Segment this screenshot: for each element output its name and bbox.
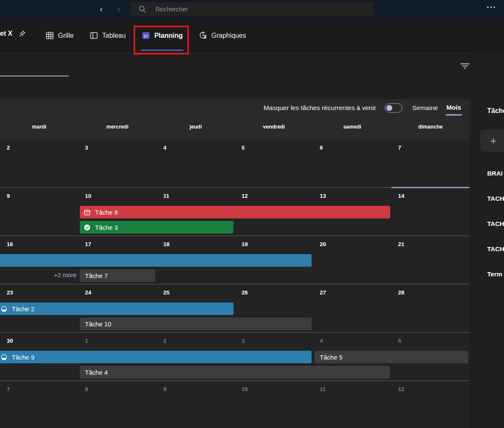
calendar-header: Masquer les tâches récurrentes à venir S… [0, 99, 470, 139]
active-tab-underline [141, 50, 184, 51]
date-cell-number: 4 [320, 338, 323, 344]
weekday-header-vendredi: vendredi [235, 124, 313, 130]
task-bar-tâche-8[interactable]: Tâche 8 [80, 206, 390, 218]
more-options-icon[interactable]: ••• [487, 4, 496, 11]
task-label: Tâche 2 [12, 305, 34, 312]
bucket-label-3[interactable]: TACH [487, 220, 504, 227]
in-progress-icon [0, 354, 8, 361]
bucket-label-2[interactable]: TACH [487, 195, 504, 202]
bucket-label-4[interactable]: TACH [487, 245, 504, 252]
date-cell-number: 8 [85, 386, 88, 392]
pin-icon [18, 29, 26, 38]
task-bar-tâche-3[interactable]: Tâche 3 [80, 221, 234, 234]
date-cell-number: 9 [163, 386, 167, 392]
tab-tableau[interactable]: Tableau [89, 18, 126, 53]
in-progress-icon [0, 305, 8, 312]
more-tasks-link[interactable]: +2 more [0, 272, 76, 278]
tab-label: Grille [58, 32, 74, 39]
filter-icon [460, 63, 470, 69]
date-cell-number: 5 [398, 338, 402, 344]
task-label: Tâche 4 [85, 369, 108, 376]
weekday-header-dimanche: dimanche [391, 124, 470, 130]
task-label: Tâche 10 [85, 320, 111, 328]
forward-icon[interactable]: › [115, 3, 123, 14]
hide-recurring-toggle[interactable] [385, 103, 402, 113]
task-bar-tâche-4[interactable]: Tâche 4 [80, 366, 390, 378]
app-top-bar: ‹ › Rechercher ••• [0, 0, 504, 18]
project-name: et X [0, 30, 12, 37]
date-cell-number: 7 [398, 144, 402, 151]
plus-icon: + [490, 135, 496, 146]
weekday-header-jeudi: jeudi [157, 124, 235, 130]
calendar-icon [142, 31, 150, 40]
tab-project[interactable]: et X [0, 29, 26, 38]
search-icon [139, 5, 146, 13]
date-cell-number: 7 [7, 386, 10, 392]
search-placeholder: Rechercher [155, 5, 188, 13]
bucket-label-1[interactable]: BRAI [487, 170, 503, 177]
view-week-button[interactable]: Semaine [412, 104, 438, 112]
date-cell-number: 12 [398, 386, 404, 392]
check-circle-icon [84, 224, 91, 231]
sidebar-title: Tâche [487, 107, 504, 115]
task-bar-tâche-5[interactable]: Tâche 5 [315, 351, 468, 363]
task-bar-tâche-10[interactable]: Tâche 10 [80, 318, 312, 330]
date-cell-number: 5 [242, 144, 245, 151]
date-cell-number: 23 [7, 289, 13, 296]
task-label: Tâche 3 [95, 224, 118, 231]
date-cell-number: 10 [242, 386, 248, 392]
tab-label: Planning [154, 32, 183, 39]
tab-planning[interactable]: Planning [142, 18, 183, 53]
date-cell-number: 12 [242, 193, 248, 199]
date-cell-number: 24 [85, 289, 91, 296]
task-label: Tâche 8 [95, 209, 118, 216]
task-bar-tâche-2[interactable]: Tâche 2 [0, 302, 234, 315]
weekday-header-mercredi: mercredi [78, 124, 156, 130]
task-bar-tâche-7[interactable]: Tâche 7 [80, 269, 155, 282]
toggle-knob [386, 105, 392, 111]
date-cell-number: 4 [163, 144, 167, 151]
add-task-button[interactable]: + [480, 130, 504, 152]
date-cell-number: 1 [85, 338, 88, 344]
task-label: Tâche 5 [320, 354, 342, 361]
row-separator [0, 332, 470, 333]
date-cell-number: 17 [85, 241, 91, 247]
date-cell-number: 27 [320, 289, 326, 296]
date-cell-number: 13 [320, 193, 326, 199]
buckets-sidebar: Tâche + BRAITACHTACHTACHTerm [470, 53, 504, 428]
date-cell-number: 16 [7, 241, 13, 247]
search-input[interactable]: Rechercher [130, 2, 374, 16]
date-cell-number: 3 [85, 144, 88, 151]
row-separator [0, 236, 470, 236]
task-bar[interactable] [0, 254, 312, 267]
date-cell-number: 28 [398, 289, 404, 296]
date-cell-number: 2 [7, 144, 10, 151]
row-separator [0, 284, 470, 284]
view-month-button[interactable]: Mois [446, 104, 461, 112]
date-cell-number: 6 [320, 144, 323, 151]
date-cell-number: 3 [242, 338, 245, 344]
bucket-label-5[interactable]: Term [487, 270, 502, 278]
date-cell-number: 9 [7, 193, 10, 199]
month-active-underline [446, 114, 462, 116]
calendar-grid: 2345679101112131416171819202123242526272… [0, 139, 470, 428]
grid-icon [45, 31, 54, 40]
channel-tab-bar: et X GrilleTableauPlanningGraphiques [0, 18, 504, 53]
back-icon[interactable]: ‹ [97, 3, 105, 14]
tab-graphiques[interactable]: Graphiques [199, 18, 246, 53]
weekday-header-mardi: mardi [0, 124, 78, 130]
date-cell-number: 30 [7, 338, 13, 344]
tab-list: GrilleTableauPlanningGraphiques [45, 18, 246, 53]
date-cell-number: 11 [320, 386, 326, 392]
tab-label: Tableau [102, 32, 126, 39]
task-label: Tâche 9 [12, 354, 34, 361]
hide-recurring-label: Masquer les tâches récurrentes à venir [264, 104, 376, 112]
tab-grille[interactable]: Grille [45, 18, 74, 53]
date-cell-number: 20 [320, 241, 326, 247]
today-indicator-line [391, 187, 470, 188]
row-separator [0, 381, 470, 381]
task-bar-tâche-9[interactable]: Tâche 9 [0, 351, 312, 363]
date-cell-number: 19 [242, 241, 248, 247]
view-month-label: Mois [446, 104, 461, 111]
date-cell-number: 14 [398, 193, 404, 199]
